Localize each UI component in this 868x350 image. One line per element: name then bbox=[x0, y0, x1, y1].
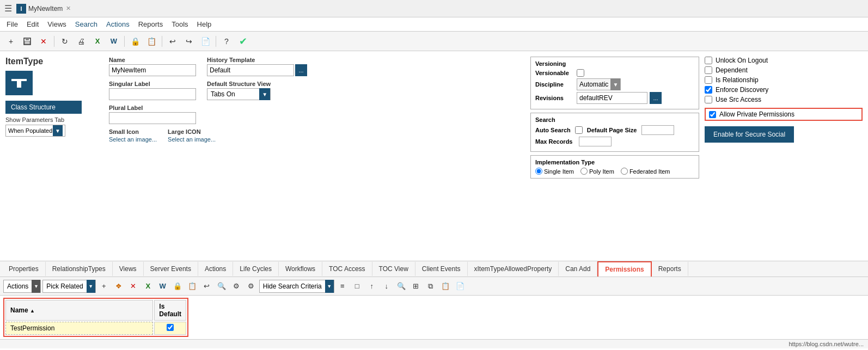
table-header-is-default[interactable]: Is Default bbox=[154, 300, 186, 321]
remove-row-button[interactable]: ✕ bbox=[127, 280, 140, 293]
redo-button[interactable]: ↪ bbox=[181, 34, 197, 48]
expand-button[interactable]: ⚙ bbox=[244, 280, 258, 293]
blank-button[interactable]: □ bbox=[351, 280, 364, 293]
versionable-checkbox[interactable] bbox=[577, 69, 584, 77]
menu-actions[interactable]: Actions bbox=[102, 19, 134, 29]
search-row-button[interactable]: 🔍 bbox=[215, 280, 228, 293]
list-view-button[interactable]: ≡ bbox=[336, 280, 349, 293]
hamburger-icon[interactable]: ☰ bbox=[4, 3, 12, 14]
undo-row-button[interactable]: ↩ bbox=[200, 280, 213, 293]
single-item-option[interactable]: Single Item bbox=[535, 168, 574, 175]
hide-search-dropdown[interactable]: Hide Search Criteria ▼ bbox=[259, 280, 334, 293]
plural-label-input[interactable] bbox=[109, 112, 196, 124]
menu-edit[interactable]: Edit bbox=[22, 19, 43, 29]
default-page-size-input[interactable] bbox=[641, 125, 674, 135]
move-down-button[interactable]: ↓ bbox=[380, 280, 393, 293]
max-records-input[interactable] bbox=[579, 137, 612, 146]
filter-button[interactable]: ⚙ bbox=[230, 280, 243, 293]
history-template-input[interactable] bbox=[207, 64, 294, 76]
is-relationship-checkbox[interactable] bbox=[705, 76, 712, 84]
actions-dropdown[interactable]: Actions ▼ bbox=[3, 280, 41, 293]
check-button[interactable]: ✔ bbox=[235, 34, 250, 48]
history-template-ellipsis[interactable]: ... bbox=[295, 64, 307, 76]
menu-help[interactable]: Help bbox=[193, 19, 216, 29]
zoom-button[interactable]: 🔍 bbox=[395, 280, 408, 293]
new-doc-button[interactable]: 📄 bbox=[198, 34, 213, 48]
copy2-button[interactable]: ⧉ bbox=[424, 280, 437, 293]
refresh-button[interactable]: ↻ bbox=[57, 34, 72, 48]
is-default-checkbox[interactable] bbox=[167, 324, 174, 331]
tab-xitemtype[interactable]: xItemTypeAllowedProperty bbox=[468, 262, 559, 276]
new-button[interactable]: + bbox=[3, 34, 19, 48]
menu-file[interactable]: File bbox=[2, 19, 22, 29]
tab-views[interactable]: Views bbox=[113, 262, 144, 276]
tab-permissions[interactable]: Permissions bbox=[597, 261, 651, 277]
excel-button[interactable]: X bbox=[90, 34, 105, 48]
menu-reports[interactable]: Reports bbox=[134, 19, 168, 29]
show-params-dropdown[interactable]: When Populated ▼ bbox=[5, 125, 65, 137]
tab-can-add[interactable]: Can Add bbox=[559, 262, 597, 276]
federated-item-radio[interactable] bbox=[621, 168, 628, 175]
status-url: https://blog.csdn.net/wutre... bbox=[788, 341, 864, 347]
small-icon-link[interactable]: Select an image... bbox=[109, 136, 157, 143]
pick-related-dropdown[interactable]: Pick Related ▼ bbox=[42, 280, 95, 293]
enable-social-button[interactable]: Enable for Secure Social bbox=[705, 126, 794, 143]
unlock-on-logout-checkbox[interactable] bbox=[705, 57, 712, 64]
tab-properties[interactable]: Properties bbox=[2, 262, 46, 276]
tab-client-events[interactable]: Client Events bbox=[415, 262, 468, 276]
tab-toc-view[interactable]: TOC View bbox=[372, 262, 415, 276]
federated-item-option[interactable]: Federated Item bbox=[621, 168, 670, 175]
word-button[interactable]: W bbox=[106, 34, 121, 48]
table-header-name[interactable]: Name ▲ bbox=[5, 300, 153, 321]
paste-button[interactable]: 📋 bbox=[439, 280, 452, 293]
tab-relationship-types[interactable]: RelationshipTypes bbox=[46, 262, 113, 276]
use-src-access-checkbox[interactable] bbox=[705, 96, 712, 103]
menu-tools[interactable]: Tools bbox=[167, 19, 192, 29]
excel-export-button[interactable]: X bbox=[142, 280, 155, 293]
singular-label-input[interactable] bbox=[109, 88, 196, 100]
tab-close-icon[interactable]: ✕ bbox=[66, 5, 71, 12]
enforce-discovery-checkbox[interactable] bbox=[705, 86, 712, 94]
allow-private-checkbox[interactable] bbox=[709, 111, 716, 118]
unlock-on-logout-row: Unlock On Logout bbox=[705, 57, 863, 64]
dependent-checkbox[interactable] bbox=[705, 66, 712, 74]
word-export-button[interactable]: W bbox=[156, 280, 169, 293]
help-button[interactable]: ? bbox=[219, 34, 234, 48]
tab-reports[interactable]: Reports bbox=[652, 262, 688, 276]
print-button[interactable]: 🖨 bbox=[74, 34, 89, 48]
poly-item-option[interactable]: Poly Item bbox=[580, 168, 614, 175]
add-row-button[interactable]: + bbox=[97, 280, 111, 293]
lock-button[interactable]: 🔒 bbox=[127, 34, 143, 48]
grid-button[interactable]: ⊞ bbox=[409, 280, 423, 293]
undo-button[interactable]: ↩ bbox=[165, 34, 180, 48]
discipline-arrow: ▼ bbox=[610, 78, 620, 90]
single-item-radio[interactable] bbox=[535, 168, 542, 175]
doc-button[interactable]: 📄 bbox=[454, 280, 467, 293]
move-up-button[interactable]: ↑ bbox=[365, 280, 378, 293]
menu-search[interactable]: Search bbox=[71, 19, 102, 29]
tab-toc-access[interactable]: TOC Access bbox=[322, 262, 372, 276]
default-structure-dropdown[interactable]: Tabs On ▼ bbox=[207, 88, 271, 100]
name-input[interactable] bbox=[109, 64, 196, 76]
menu-views[interactable]: Views bbox=[43, 19, 70, 29]
copy-button[interactable]: 📋 bbox=[144, 34, 159, 48]
tab-server-events[interactable]: Server Events bbox=[144, 262, 198, 276]
save-button[interactable] bbox=[20, 34, 35, 48]
tab-actions[interactable]: Actions bbox=[198, 262, 233, 276]
auto-search-checkbox[interactable] bbox=[575, 126, 583, 134]
color-add-button[interactable]: ❖ bbox=[112, 280, 125, 293]
delete-button[interactable]: ✕ bbox=[36, 34, 51, 48]
lock-row-button[interactable]: 🔒 bbox=[171, 280, 184, 293]
discipline-dropdown[interactable]: Automatic ▼ bbox=[577, 78, 621, 90]
copy-row-button[interactable]: 📋 bbox=[186, 280, 199, 293]
table-cell-name[interactable]: TestPermission bbox=[5, 322, 153, 335]
tab-workflows[interactable]: Workflows bbox=[279, 262, 322, 276]
class-structure-button[interactable]: Class Structure bbox=[5, 101, 82, 114]
default-page-size-label: Default Page Size bbox=[587, 127, 637, 133]
large-icon-link[interactable]: Select an image... bbox=[168, 136, 216, 143]
auto-search-label: Auto Search bbox=[535, 127, 571, 133]
revisions-input[interactable] bbox=[577, 92, 647, 104]
poly-item-radio[interactable] bbox=[580, 168, 588, 175]
tab-life-cycles[interactable]: Life Cycles bbox=[233, 262, 279, 276]
revisions-ellipsis[interactable]: ... bbox=[650, 92, 662, 104]
